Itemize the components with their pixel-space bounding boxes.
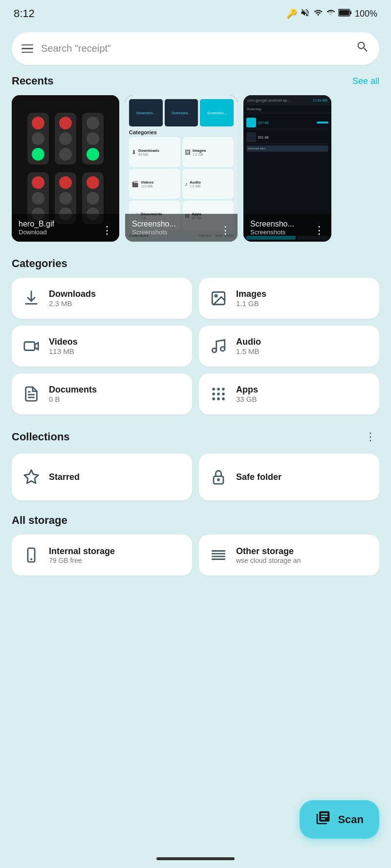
recent-3-title: Screensho... bbox=[250, 220, 294, 228]
svg-point-14 bbox=[212, 397, 215, 400]
lock-icon bbox=[209, 467, 228, 487]
recents-scroll: hero_B.gif Download ⋮ Screensho... Scree… bbox=[0, 95, 391, 242]
apps-icon bbox=[209, 384, 228, 404]
svg-point-6 bbox=[212, 348, 217, 352]
svg-rect-1 bbox=[339, 10, 349, 15]
audio-icon bbox=[209, 336, 228, 356]
videos-size: 113 MB bbox=[49, 347, 78, 355]
svg-point-12 bbox=[217, 393, 220, 395]
images-size: 1.1 GB bbox=[236, 299, 266, 308]
collections-grid: Starred Safe folder bbox=[0, 454, 391, 500]
storage-header: All storage bbox=[0, 514, 391, 527]
audio-label: Audio bbox=[236, 337, 261, 347]
svg-point-16 bbox=[222, 397, 225, 400]
signal-icon bbox=[326, 8, 335, 20]
categories-title: Categories bbox=[12, 257, 67, 270]
collections-title: Collections bbox=[12, 431, 70, 443]
scan-label: Scan bbox=[338, 813, 364, 826]
battery-icon bbox=[338, 9, 352, 19]
other-storage-detail: wse cloud storage an bbox=[236, 557, 301, 564]
recent-card-3[interactable]: com.google.android.ap... 17.84 MB Yester… bbox=[243, 95, 331, 242]
recent-2-title: Screensho... bbox=[132, 220, 176, 228]
categories-section: Categories Downloads 2.3 MB bbox=[0, 257, 391, 414]
recent-2-subtitle: Screenshots bbox=[132, 228, 176, 236]
bottom-nav-indicator bbox=[156, 857, 235, 860]
recent-1-subtitle: Download bbox=[19, 228, 54, 236]
svg-point-11 bbox=[212, 393, 215, 395]
search-placeholder[interactable]: Search "receipt" bbox=[41, 43, 348, 54]
status-bar: 8:12 🔑 bbox=[0, 0, 391, 25]
key-icon: 🔑 bbox=[286, 8, 297, 19]
videos-label: Videos bbox=[49, 337, 78, 347]
collection-starred[interactable]: Starred bbox=[12, 454, 192, 500]
recent-1-title: hero_B.gif bbox=[19, 220, 54, 228]
wifi-icon bbox=[313, 8, 324, 20]
see-all-button[interactable]: See all bbox=[352, 76, 379, 86]
svg-point-8 bbox=[212, 388, 215, 391]
storage-other[interactable]: Other storage wse cloud storage an bbox=[199, 535, 379, 576]
downloads-label: Downloads bbox=[49, 289, 96, 299]
cloud-storage-icon bbox=[209, 545, 228, 565]
star-icon bbox=[22, 467, 41, 487]
scan-icon bbox=[315, 810, 331, 829]
images-label: Images bbox=[236, 289, 266, 299]
svg-point-13 bbox=[222, 393, 225, 395]
scan-fab-button[interactable]: Scan bbox=[300, 800, 379, 839]
documents-icon bbox=[22, 384, 41, 404]
category-documents[interactable]: Documents 0 B bbox=[12, 373, 192, 414]
category-videos[interactable]: Videos 113 MB bbox=[12, 326, 192, 367]
category-downloads[interactable]: Downloads 2.3 MB bbox=[12, 278, 192, 319]
collections-header: Collections ⋮ bbox=[0, 428, 391, 446]
svg-point-19 bbox=[218, 479, 219, 480]
mute-icon bbox=[300, 8, 310, 20]
menu-button[interactable] bbox=[22, 44, 33, 53]
collection-safe-folder[interactable]: Safe folder bbox=[199, 454, 379, 500]
category-apps[interactable]: Apps 33 GB bbox=[199, 373, 379, 414]
categories-header: Categories bbox=[0, 257, 391, 270]
svg-point-4 bbox=[215, 295, 217, 297]
download-icon bbox=[22, 289, 41, 308]
recent-card-2[interactable]: Screensho... Screensho... Screensho... C… bbox=[125, 95, 238, 242]
recent-3-menu[interactable]: ⋮ bbox=[314, 225, 325, 236]
apps-label: Apps bbox=[236, 385, 258, 395]
svg-marker-17 bbox=[24, 470, 38, 483]
svg-rect-2 bbox=[350, 11, 351, 14]
svg-point-15 bbox=[217, 397, 220, 400]
categories-grid: Downloads 2.3 MB Images 1.1 GB bbox=[0, 278, 391, 414]
recent-3-subtitle: Screenshots bbox=[250, 228, 294, 236]
documents-size: 0 B bbox=[49, 395, 97, 403]
battery-percentage: 100% bbox=[355, 9, 377, 19]
audio-size: 1.5 MB bbox=[236, 347, 261, 355]
collections-section: Collections ⋮ Starred Safe folder bbox=[0, 428, 391, 500]
category-audio[interactable]: Audio 1.5 MB bbox=[199, 326, 379, 367]
status-icons: 🔑 100% bbox=[286, 8, 377, 20]
starred-label: Starred bbox=[49, 472, 80, 482]
internal-storage-detail: 79 GB free bbox=[49, 557, 115, 564]
recent-card-1[interactable]: hero_B.gif Download ⋮ bbox=[12, 95, 119, 242]
svg-point-10 bbox=[222, 388, 225, 391]
downloads-size: 2.3 MB bbox=[49, 299, 96, 308]
recent-2-menu[interactable]: ⋮ bbox=[220, 225, 231, 236]
svg-point-7 bbox=[220, 347, 225, 351]
search-bar[interactable]: Search "receipt" bbox=[12, 32, 379, 65]
category-images[interactable]: Images 1.1 GB bbox=[199, 278, 379, 319]
apps-size: 33 GB bbox=[236, 395, 258, 403]
all-storage-section: All storage Internal storage 79 GB free bbox=[0, 514, 391, 576]
images-icon bbox=[209, 289, 228, 308]
storage-internal[interactable]: Internal storage 79 GB free bbox=[12, 535, 192, 576]
phone-storage-icon bbox=[22, 545, 41, 565]
recents-header: Recents See all bbox=[0, 75, 391, 87]
storage-title: All storage bbox=[12, 514, 67, 527]
status-time: 8:12 bbox=[14, 7, 35, 20]
storage-grid: Internal storage 79 GB free Other storag… bbox=[0, 535, 391, 576]
videos-icon bbox=[22, 336, 41, 356]
safe-folder-label: Safe folder bbox=[236, 472, 282, 482]
internal-storage-label: Internal storage bbox=[49, 546, 115, 557]
svg-point-9 bbox=[217, 388, 220, 391]
collections-menu-button[interactable]: ⋮ bbox=[362, 428, 379, 446]
svg-rect-5 bbox=[24, 342, 35, 351]
recents-section: Recents See all bbox=[0, 75, 391, 242]
search-icon[interactable] bbox=[356, 40, 369, 57]
recent-1-menu[interactable]: ⋮ bbox=[102, 225, 112, 236]
other-storage-label: Other storage bbox=[236, 546, 301, 557]
